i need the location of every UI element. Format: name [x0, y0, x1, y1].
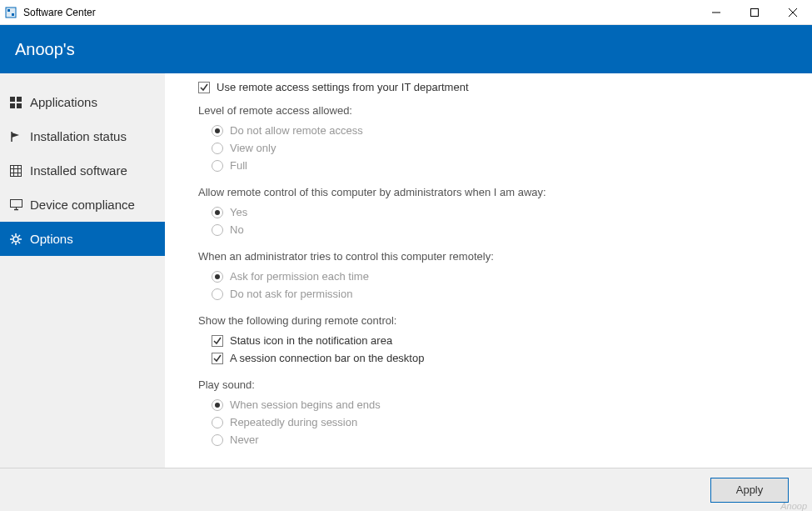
- sidebar-item-installation-status[interactable]: Installation status: [0, 119, 165, 153]
- section-label: Allow remote control of this computer by…: [198, 186, 779, 198]
- svg-rect-8: [17, 97, 22, 102]
- titlebar: Software Center: [0, 0, 812, 25]
- maximize-button[interactable]: [735, 0, 774, 25]
- sidebar-item-label: Device compliance: [30, 198, 135, 212]
- checkbox-icon: [212, 353, 223, 364]
- svg-rect-7: [10, 97, 15, 102]
- radio-icon: [212, 399, 223, 411]
- section-label: Play sound:: [198, 378, 779, 391]
- radio-ask-permission[interactable]: Ask for permission each time: [212, 268, 779, 285]
- checkbox-label: A session connection bar on the desktop: [230, 352, 424, 364]
- app-icon: [5, 6, 18, 19]
- checkbox-icon: [212, 335, 223, 347]
- sidebar-item-label: Installation status: [30, 129, 127, 143]
- svg-line-26: [18, 242, 20, 243]
- section-level: Level of remote access allowed: Do not a…: [212, 104, 779, 174]
- radio-icon: [212, 125, 223, 137]
- radio-label: View only: [230, 142, 276, 154]
- section-label: When an administrator tries to control t…: [198, 250, 779, 263]
- svg-rect-17: [10, 199, 22, 207]
- svg-rect-1: [7, 9, 10, 12]
- radio-label: Yes: [230, 206, 247, 218]
- radio-icon: [212, 417, 223, 428]
- monitor-icon: [8, 199, 23, 211]
- radio-no-ask[interactable]: Do not ask for permission: [212, 285, 779, 303]
- radio-label: Full: [230, 159, 247, 172]
- flag-icon: [8, 131, 23, 143]
- gear-icon: [8, 233, 23, 245]
- radio-sound-never[interactable]: Never: [212, 431, 779, 448]
- header-bar: Anoop's: [0, 25, 812, 73]
- section-show: Show the following during remote control…: [212, 314, 779, 367]
- radio-icon: [212, 160, 223, 172]
- radio-icon: [212, 288, 223, 300]
- svg-rect-0: [6, 8, 16, 18]
- radio-label: No: [230, 223, 244, 236]
- radio-full[interactable]: Full: [212, 157, 779, 174]
- radio-view-only[interactable]: View only: [212, 139, 779, 157]
- checkbox-label: Status icon in the notification area: [230, 334, 392, 347]
- radio-sound-beginend[interactable]: When session begins and ends: [212, 396, 779, 413]
- radio-label: When session begins and ends: [230, 398, 381, 411]
- svg-line-27: [18, 235, 20, 237]
- footer: Apply Anoop: [0, 468, 812, 511]
- header-title: Anoop's: [15, 40, 75, 59]
- sidebar-item-installed-software[interactable]: Installed software: [0, 153, 165, 188]
- radio-label: Ask for permission each time: [230, 270, 369, 283]
- radio-icon: [212, 271, 223, 283]
- radio-icon: [212, 224, 223, 236]
- radio-label: Never: [230, 433, 259, 446]
- radio-icon: [212, 207, 223, 218]
- svg-rect-9: [10, 103, 15, 108]
- radio-label: Repeatedly during session: [230, 416, 357, 428]
- section-label: Level of remote access allowed:: [198, 104, 779, 117]
- window-title: Software Center: [23, 7, 697, 18]
- svg-line-25: [12, 235, 13, 237]
- radio-away-no[interactable]: No: [212, 221, 779, 238]
- sidebar-item-applications[interactable]: Applications: [0, 85, 165, 119]
- section-admin: When an administrator tries to control t…: [212, 250, 779, 303]
- grid-icon: [8, 165, 23, 177]
- close-button[interactable]: [774, 0, 812, 25]
- checkbox-icon: [198, 82, 210, 93]
- sidebar: Applications Installation status Install…: [0, 73, 165, 468]
- sidebar-item-options[interactable]: Options: [0, 222, 165, 256]
- checkbox-label: Use remote access settings from your IT …: [217, 81, 469, 93]
- sidebar-item-label: Options: [30, 232, 73, 246]
- sidebar-item-label: Applications: [30, 95, 97, 109]
- svg-rect-2: [12, 13, 14, 16]
- body: Applications Installation status Install…: [0, 73, 812, 468]
- section-label: Show the following during remote control…: [198, 314, 779, 327]
- watermark: Anoop: [780, 501, 807, 511]
- content-area: Use remote access settings from your IT …: [165, 73, 812, 468]
- checkbox-status-icon[interactable]: Status icon in the notification area: [212, 332, 779, 349]
- radio-sound-repeat[interactable]: Repeatedly during session: [212, 413, 779, 431]
- section-sound: Play sound: When session begins and ends…: [212, 378, 779, 448]
- svg-point-20: [13, 237, 18, 242]
- checkbox-session-bar[interactable]: A session connection bar on the desktop: [212, 349, 779, 367]
- checkbox-use-remote[interactable]: Use remote access settings from your IT …: [198, 78, 779, 96]
- apps-icon: [8, 97, 23, 108]
- radio-icon: [212, 143, 223, 154]
- minimize-button[interactable]: [697, 0, 735, 25]
- section-away: Allow remote control of this computer by…: [212, 186, 779, 238]
- svg-rect-12: [11, 165, 22, 176]
- svg-rect-4: [751, 8, 759, 16]
- radio-no-remote[interactable]: Do not allow remote access: [212, 122, 779, 139]
- radio-label: Do not ask for permission: [230, 288, 352, 300]
- sidebar-item-label: Installed software: [30, 163, 127, 178]
- sidebar-item-device-compliance[interactable]: Device compliance: [0, 188, 165, 222]
- radio-away-yes[interactable]: Yes: [212, 203, 779, 221]
- radio-label: Do not allow remote access: [230, 124, 363, 137]
- svg-rect-10: [17, 103, 22, 108]
- svg-line-28: [12, 242, 13, 243]
- apply-button[interactable]: Apply: [710, 478, 789, 503]
- radio-icon: [212, 434, 223, 446]
